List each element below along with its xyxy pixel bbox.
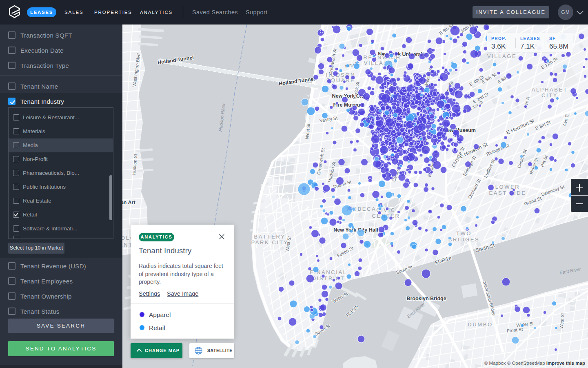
svg-text:EAST SIDE: EAST SIDE	[489, 190, 526, 196]
svg-text:BRIDGES: BRIDGES	[448, 236, 480, 243]
svg-text:ian Art: ian Art	[122, 200, 135, 205]
svg-text:PARK CITY: PARK CITY	[251, 239, 288, 245]
svg-text:CITY: CITY	[541, 92, 558, 98]
svg-text:TWO: TWO	[456, 230, 472, 236]
svg-text:New York City Hall: New York City Hall	[333, 227, 378, 233]
svg-text:VILLAGE: VILLAGE	[487, 53, 517, 59]
svg-text:ALPHABET: ALPHABET	[532, 87, 568, 93]
svg-text:BATTERY: BATTERY	[254, 234, 286, 240]
svg-text:DUMBO: DUMBO	[468, 321, 493, 328]
svg-text:Brooklyn Bridge: Brooklyn Bridge	[406, 296, 446, 301]
svg-text:LOWER: LOWER	[495, 184, 520, 190]
